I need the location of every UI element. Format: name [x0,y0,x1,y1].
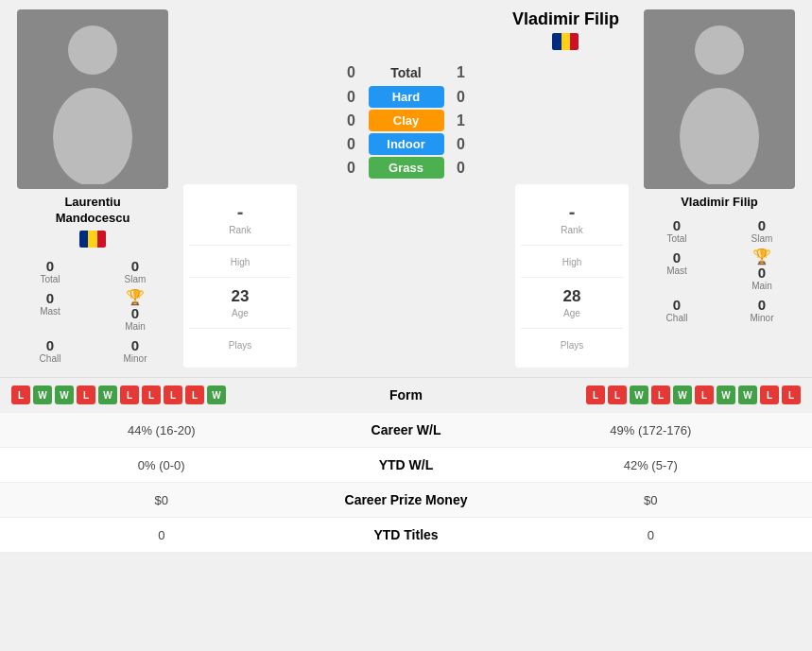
form-badge-right: L [782,385,801,404]
stats-panels: - Rank High 23 Age Plays [183,184,629,368]
left-panel-plays: Plays [189,329,291,360]
player-right-avatar [644,9,795,189]
form-badge-right: L [695,385,714,404]
stat-right-total: 0 Total [634,214,719,247]
right-panel-high: High [521,246,623,278]
player-right-header-name: Vladimir Filip [512,9,619,29]
form-badge-right: L [586,385,605,404]
trophy-icon-right: 🏆 [752,249,771,265]
left-panel-high: High [189,246,291,278]
form-badge-right: L [651,385,670,404]
score-row-hard: 0 Hard 0 [183,86,629,108]
form-badge-right: L [760,385,779,404]
score-row-grass: 0 Grass 0 [183,157,629,179]
form-row: LWWLWLLLLW Form LLWLWLWWLL [0,378,812,413]
stat-left-chall: 0 Chall [8,334,93,367]
form-badge-left: L [164,385,182,404]
player-left-avatar [17,9,168,189]
player-left: LaurentiuMandocescu 0 Total 0 Slam [8,9,178,368]
stat-right-chall: 0 Chall [634,294,719,326]
form-badge-left: L [11,385,30,404]
center-spacer [302,184,510,368]
form-badge-left: W [33,385,52,404]
svg-point-3 [680,88,759,184]
svg-point-2 [695,26,744,75]
score-row-indoor: 0 Indoor 0 [183,133,629,155]
svg-point-0 [68,26,117,75]
trophy-icon: 🏆 [126,290,145,305]
form-badge-right: L [608,385,627,404]
center-section: Vladimir Filip 0 Total 1 [183,9,629,368]
stat-right-slam: 0 Slam [719,214,804,247]
form-badge-right: W [630,385,648,404]
main-container: LaurentiuMandocescu 0 Total 0 Slam [0,0,812,553]
right-panel-plays: Plays [521,329,623,360]
form-right: LLWLWLWWLL [501,385,802,404]
score-row-clay: 0 Clay 1 [183,110,629,131]
stat-left-mast: 0 Mast [8,287,93,334]
stat-right-minor: 0 Minor [719,294,804,326]
form-badge-right: W [717,385,735,404]
right-panel-age: 28 Age [521,278,623,329]
form-label: Form [312,387,501,403]
form-left: LWWLWLLLLW [11,385,312,404]
player-right-stats: 0 Total 0 Slam 0 Mast 🏆 0 Main 0 [634,214,804,326]
stat-left-total: 0 Total [8,255,93,287]
player-left-flag [79,231,106,248]
stat-right-mast: 0 Mast [634,247,719,294]
stat-right-main: 🏆 0 Main [719,247,804,294]
player-left-name: LaurentiuMandocescu [56,195,130,227]
form-badge-right: W [738,385,757,404]
right-stat-panel: - Rank High 28 Age Plays [515,184,629,368]
svg-point-1 [53,88,132,184]
form-badge-left: W [55,385,74,404]
stat-left-minor: 0 Minor [93,334,178,367]
right-panel-rank: - Rank [521,192,623,246]
player-right-flag-header [552,33,579,50]
score-rows: 0 Total 1 0 Hard 0 0 Clay 1 0 [183,61,629,179]
career-wl-row: 44% (16-20) Career W/L 49% (172-176) [0,413,812,448]
bottom-section: LWWLWLLLLW Form LLWLWLWWLL 44% (16-20) C… [0,377,812,553]
player-right: Vladimir Filip 0 Total 0 Slam 0 Mast 🏆 0 [634,9,804,368]
form-badge-left: L [77,385,95,404]
form-badge-left: L [120,385,139,404]
form-badge-left: W [207,385,226,404]
form-badge-right: W [673,385,692,404]
form-badge-left: L [185,385,204,404]
stat-left-main: 🏆 0 Main [93,287,178,334]
stat-left-slam: 0 Slam [93,255,178,287]
player-left-stats: 0 Total 0 Slam 0 Mast 🏆 0 Main 0 [8,255,178,367]
ytd-wl-row: 0% (0-0) YTD W/L 42% (5-7) [0,448,812,483]
ytd-titles-row: 0 YTD Titles 0 [0,518,812,553]
left-stat-panel: - Rank High 23 Age Plays [183,184,297,368]
form-badge-left: L [142,385,161,404]
prize-row: $0 Career Prize Money $0 [0,483,812,518]
left-panel-age: 23 Age [189,278,291,329]
left-panel-rank: - Rank [189,192,291,246]
player-right-name: Vladimir Filip [681,195,758,211]
score-row-total: 0 Total 1 [183,61,629,84]
form-badge-left: W [98,385,117,404]
top-section: LaurentiuMandocescu 0 Total 0 Slam [0,0,812,377]
